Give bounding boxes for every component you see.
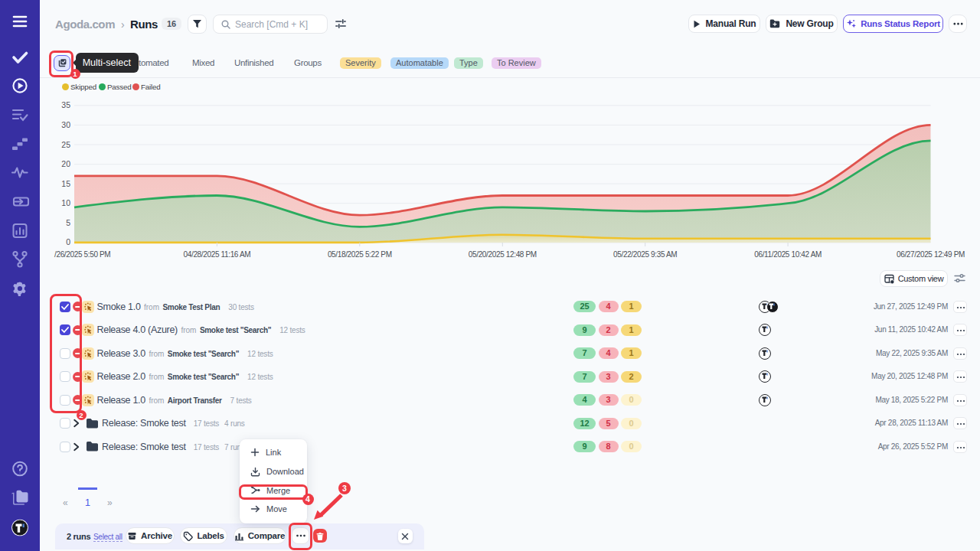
svg-text:06/27/2025 12:49 PM: 06/27/2025 12:49 PM xyxy=(897,250,965,259)
svg-text:04/28/2025 11:16 AM: 04/28/2025 11:16 AM xyxy=(184,250,251,259)
svg-text:05/22/2025 9:35 AM: 05/22/2025 9:35 AM xyxy=(613,250,677,259)
svg-text:25: 25 xyxy=(61,140,70,149)
svg-text:05/18/2025 5:22 PM: 05/18/2025 5:22 PM xyxy=(328,250,392,259)
svg-text:05/20/2025 12:48 PM: 05/20/2025 12:48 PM xyxy=(469,250,537,259)
svg-text:15: 15 xyxy=(61,179,70,188)
svg-text:35: 35 xyxy=(61,100,70,109)
svg-text:20: 20 xyxy=(61,159,70,168)
svg-text:10: 10 xyxy=(61,198,70,207)
svg-text:30: 30 xyxy=(61,120,70,129)
svg-text:0: 0 xyxy=(66,237,70,246)
svg-text:3: 3 xyxy=(342,484,347,493)
svg-text:06/11/2025 10:42 AM: 06/11/2025 10:42 AM xyxy=(754,250,822,259)
svg-text:5: 5 xyxy=(66,218,70,227)
svg-text:/26/2025 5:50 PM: /26/2025 5:50 PM xyxy=(54,250,110,259)
